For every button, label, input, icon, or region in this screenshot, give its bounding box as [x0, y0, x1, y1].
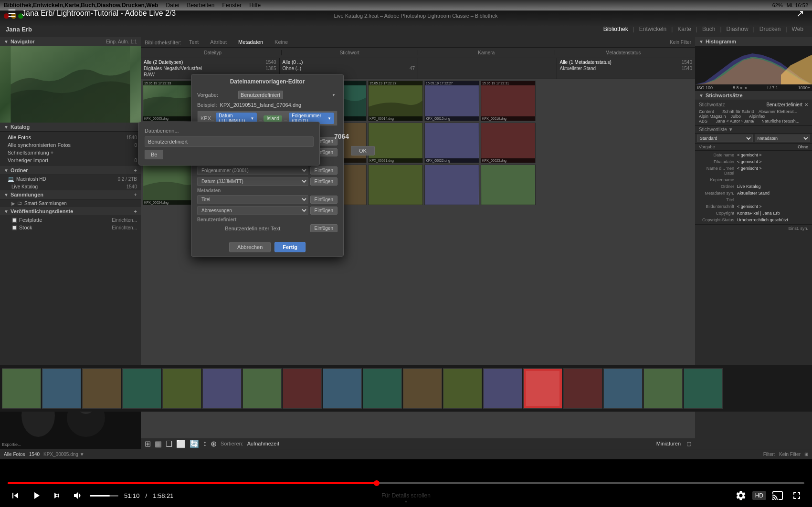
filter-alle-dateitypen[interactable]: Alle (2 Dateitypen) 1540 — [143, 59, 277, 65]
volume-bar[interactable] — [90, 495, 118, 497]
filter-tab-attribut[interactable]: Attribut — [206, 38, 231, 46]
catalog-item-sync[interactable]: Alle synchronisierten Fotos 0 — [0, 141, 141, 149]
field-abmessungen-btn[interactable]: Einfügen — [310, 207, 337, 215]
film-thumb-17[interactable] — [643, 368, 683, 409]
photo-00021[interactable]: KPX_00021.dng — [368, 123, 423, 163]
bottom-icon-6[interactable]: ↕ — [203, 439, 207, 448]
filter-ohne[interactable]: Ohne (..) 47 — [282, 65, 416, 72]
filter-tab-keine[interactable]: Keine — [271, 38, 292, 46]
folder-live-katalog[interactable]: Live Katalog 1540 — [0, 183, 141, 190]
film-thumb-11[interactable] — [403, 368, 442, 409]
film-thumb-7[interactable] — [243, 368, 282, 409]
bottom-icon-5[interactable]: 🔄 — [190, 439, 199, 448]
film-thumb-13[interactable] — [483, 368, 522, 409]
standard-select[interactable]: Standard — [697, 135, 753, 142]
filter-aktuellster[interactable]: Aktuellster Stand 1540 — [559, 65, 694, 72]
film-thumb-10[interactable] — [363, 368, 402, 409]
stichw-close[interactable]: ✕ — [804, 102, 808, 107]
volume-button[interactable] — [71, 488, 86, 503]
progress-bar[interactable] — [8, 482, 804, 484]
catalog-item-alle-fotos[interactable]: Alle Fotos 1540 — [0, 134, 141, 141]
film-thumb-4[interactable] — [122, 368, 161, 409]
photo-r3-5[interactable] — [368, 165, 423, 205]
filter-alle-metadaten[interactable]: Alle (1 Metadatenstatus) 1540 — [559, 59, 694, 65]
yt-menu-icon[interactable]: ☰ — [8, 8, 16, 19]
photo-r3-6[interactable] — [424, 165, 479, 205]
field-titel-btn[interactable]: Einfügen — [310, 196, 337, 204]
photo-00023[interactable]: KPX_00023.dng — [481, 123, 536, 163]
katalog-header[interactable]: ▼ Katalog — [0, 123, 141, 132]
film-thumb-1[interactable] — [2, 368, 41, 409]
photo-00005[interactable]: 15.05.19 17:22:33 KPX_00005.dng — [143, 81, 198, 121]
dialog-vorgabe-select[interactable]: Benutzerdefiniert — [238, 91, 283, 99]
filter-alle-stichworte[interactable]: Alle (0 ...) — [282, 59, 416, 65]
filter-tab-text[interactable]: Text — [185, 38, 202, 46]
filmstrip-filter-icon[interactable]: ⊞ — [804, 452, 808, 457]
filter-tab-metadaten[interactable]: Metadaten — [234, 38, 267, 46]
ordner-add-btn[interactable]: + — [134, 167, 137, 173]
film-thumb-16[interactable] — [603, 368, 643, 409]
prev-button[interactable] — [8, 488, 23, 503]
film-thumb-2[interactable] — [42, 368, 81, 409]
folder-macintosh[interactable]: 💻 Macintosh HD 0,2 / 2TB — [0, 175, 141, 183]
film-thumb-15[interactable] — [563, 368, 602, 409]
ok-standalone-btn[interactable]: OK — [351, 146, 375, 155]
film-thumb-12[interactable] — [443, 368, 482, 409]
catalog-item-prev-import[interactable]: Vorheriger Import 0 — [0, 156, 141, 164]
settings-button[interactable] — [733, 488, 749, 503]
field-abmessungen-select[interactable]: Abmessungen — [197, 206, 308, 215]
film-thumb-8[interactable] — [283, 368, 322, 409]
sammlungen-add-btn[interactable]: + — [134, 192, 137, 197]
film-thumb-5[interactable] — [162, 368, 201, 409]
photo-00022[interactable]: KPX_00022.dng — [424, 123, 479, 163]
token-island-chip[interactable]: Island — [264, 115, 282, 122]
navigator-header[interactable]: ▼ Navigator Einp. Aufn. 1:1 — [0, 37, 141, 46]
photo-00016[interactable]: 15.05.19 17:22:31 KPX_00016.dng — [481, 81, 536, 121]
cast-button[interactable] — [770, 488, 785, 503]
stichw-header[interactable]: ▼ Stichwortsätze — [695, 91, 812, 100]
field-folgenummer-select[interactable]: Folgenummer (00001) — [197, 166, 308, 175]
veroeffentlichung-header[interactable]: ▼ Veröffentlichungsdienste + — [0, 207, 141, 216]
field-datum-btn[interactable]: Einfügen — [310, 177, 337, 186]
metadaten-select[interactable]: Metadaten — [755, 135, 811, 142]
film-thumb-18[interactable] — [684, 368, 723, 409]
bottom-icon-4[interactable]: ⬜ — [176, 439, 186, 448]
histogram-header[interactable]: ▼ Histogramm — [695, 37, 812, 46]
ordner-header[interactable]: ▼ Ordner + — [0, 166, 141, 175]
pub-festplatte[interactable]: 🔲 Festplatte Einrichten... — [0, 216, 141, 224]
photo-r3-7[interactable] — [481, 165, 536, 205]
play-button[interactable] — [29, 488, 44, 503]
filter-digitales-neg[interactable]: Digitales Negativ/Verlustfrei 1385 — [143, 65, 277, 72]
film-thumb-3[interactable] — [82, 368, 121, 409]
popup-input[interactable] — [145, 136, 314, 147]
sammlungen-header[interactable]: ▼ Sammlungen + — [0, 190, 141, 199]
bottom-icon-7[interactable]: ⊕ — [211, 439, 217, 448]
veroeffentlichung-add-btn[interactable]: + — [134, 208, 137, 214]
bottom-icon-3[interactable]: ❑ — [166, 439, 172, 448]
film-thumb-6[interactable] — [202, 368, 242, 409]
film-thumb-14[interactable] — [523, 368, 562, 409]
coll-smart[interactable]: ▶ 🗂 Smart-Sammlungen — [0, 199, 141, 207]
dialog-cancel-btn[interactable]: Abbrechen — [229, 242, 271, 252]
yt-share-icon[interactable]: ↗ — [796, 8, 804, 19]
bottom-icon-1[interactable]: ⊞ — [145, 439, 151, 448]
field-benutzerd-btn[interactable]: Einfügen — [310, 224, 337, 232]
field-folgenummer-btn[interactable]: Einfügen — [310, 166, 337, 175]
pub-stock[interactable]: 🔲 Stock Einrichten... — [0, 224, 141, 231]
field-titel-select[interactable]: Titel — [197, 195, 308, 204]
fullscreen-button[interactable] — [789, 488, 804, 503]
photo-00015[interactable]: 15.05.19 17:22:27 KPX_00015.dng — [424, 81, 479, 121]
pub-stock-action[interactable]: Einrichten... — [112, 225, 137, 230]
bottom-icon-2[interactable]: ▦ — [155, 439, 162, 448]
pub-festplatte-action[interactable]: Einrichten... — [112, 217, 137, 223]
quality-badge[interactable]: HD — [752, 491, 766, 500]
film-thumb-9[interactable] — [323, 368, 362, 409]
photo-00014[interactable]: 15.05.19 17:22:27 KPX_00014.dng — [368, 81, 423, 121]
photo-00024[interactable]: KPX_00024.dng — [143, 165, 198, 205]
popup-be-btn[interactable]: Be — [145, 150, 163, 159]
catalog-item-schnell[interactable]: Schnellsammlung + — [0, 149, 141, 156]
next-button[interactable] — [50, 488, 65, 503]
field-datum-select[interactable]: Datum (JJJJMMTT) — [197, 177, 308, 186]
sort-value[interactable]: Aufnahmezeit — [247, 441, 279, 446]
dialog-ok-btn[interactable]: Fertig — [274, 242, 306, 252]
